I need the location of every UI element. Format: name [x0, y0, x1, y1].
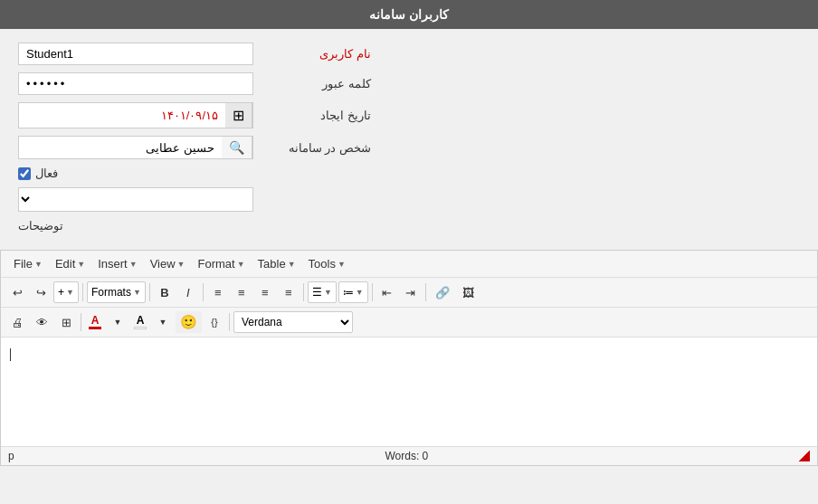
password-input[interactable]: [18, 72, 253, 95]
font-color-button[interactable]: A: [85, 311, 105, 333]
redo-button[interactable]: ↪: [30, 281, 52, 303]
status-words: Words: 0: [385, 450, 428, 462]
undo-button[interactable]: ↩: [6, 281, 28, 303]
bold-button[interactable]: B: [154, 281, 176, 303]
formats-label: Formats: [91, 286, 131, 299]
sep3: [203, 283, 204, 301]
editor-menubar: File ▼ Edit ▼ Insert ▼ View ▼ Format ▼ T…: [1, 251, 817, 278]
menu-format[interactable]: Format ▼: [193, 254, 251, 273]
highlight-letter: A: [137, 315, 145, 326]
link-button[interactable]: 🔗: [430, 281, 455, 303]
date-input[interactable]: [19, 105, 225, 126]
description-label-row: توضیحات: [18, 219, 800, 233]
sep2: [149, 283, 150, 301]
person-label: شخص در سامانه: [262, 141, 371, 155]
editor-container: File ▼ Edit ▼ Insert ▼ View ▼ Format ▼ T…: [0, 250, 818, 466]
outdent-button[interactable]: ⇤: [376, 281, 398, 303]
menu-view-label: View: [150, 257, 176, 271]
formats-arrow: ▼: [133, 288, 141, 297]
unordered-list-dropdown[interactable]: ☰ ▼: [308, 281, 337, 303]
insert-dropdown[interactable]: + ▼: [53, 281, 79, 303]
menu-tools-label: Tools: [309, 257, 336, 271]
indent-button[interactable]: ⇥: [400, 281, 422, 303]
menu-table[interactable]: Table ▼: [252, 254, 301, 273]
menu-insert-arrow: ▼: [129, 260, 138, 269]
align-justify-button[interactable]: ≡: [278, 281, 300, 303]
editor-toolbar-2: 🖨 👁 ⊞ A ▼ A ▼ 🙂 {} Verdana Arial Times N…: [1, 308, 817, 338]
menu-insert[interactable]: Insert ▼: [92, 254, 142, 273]
form-area: نام کاربری کلمه عبور تاریخ ایجاد ⊞ شخص د…: [0, 29, 818, 250]
person-search-wrapper: 🔍: [18, 136, 253, 159]
date-input-wrapper: ⊞: [18, 102, 253, 128]
menu-format-label: Format: [198, 257, 235, 271]
emoji-button[interactable]: 🙂: [176, 311, 202, 333]
create-date-label: تاریخ ایجاد: [262, 109, 371, 122]
code-button[interactable]: {}: [204, 311, 225, 333]
editor-content[interactable]: [1, 338, 817, 446]
menu-edit[interactable]: Edit ▼: [50, 254, 90, 273]
resize-handle[interactable]: [799, 451, 810, 461]
menu-file[interactable]: File ▼: [8, 254, 48, 273]
ordered-list-icon: ≔: [343, 286, 354, 299]
formats-dropdown[interactable]: Formats ▼: [87, 281, 146, 303]
align-center-button[interactable]: ≡: [231, 281, 252, 303]
align-left-button[interactable]: ≡: [207, 281, 229, 303]
unordered-list-icon: ☰: [312, 286, 322, 299]
menu-edit-arrow: ▼: [77, 260, 85, 269]
sep7: [81, 313, 81, 331]
ordered-list-dropdown[interactable]: ≔ ▼: [338, 281, 368, 303]
sep6: [425, 283, 426, 301]
font-color-letter: A: [91, 315, 100, 326]
font-color-bar: [89, 327, 101, 329]
title-bar: کاربران سامانه: [0, 0, 818, 29]
menu-file-arrow: ▼: [34, 260, 43, 269]
align-right-button[interactable]: ≡: [254, 281, 276, 303]
status-element: p: [8, 450, 14, 462]
menu-edit-label: Edit: [55, 257, 75, 271]
password-row: کلمه عبور: [18, 72, 800, 95]
create-date-row: تاریخ ایجاد ⊞: [18, 102, 800, 128]
insert-plus-icon: +: [58, 286, 64, 299]
highlight-dropdown[interactable]: ▼: [152, 311, 174, 333]
username-label: نام کاربری: [262, 47, 371, 61]
menu-format-arrow: ▼: [237, 260, 245, 269]
sep8: [229, 313, 230, 331]
sep1: [82, 283, 83, 301]
title-text: کاربران سامانه: [369, 7, 449, 22]
active-row: فعال: [18, 166, 800, 180]
ul-arrow: ▼: [324, 288, 332, 297]
cursor: [10, 348, 11, 361]
date-picker-button[interactable]: ⊞: [225, 103, 252, 128]
sep4: [303, 283, 304, 301]
image-button[interactable]: 🖼: [457, 281, 480, 303]
active-label: فعال: [35, 166, 58, 180]
description-label-text: توضیحات: [18, 219, 63, 233]
active-checkbox[interactable]: [18, 167, 31, 180]
dropdown-row: [18, 187, 800, 212]
print-button[interactable]: 🖨: [6, 311, 29, 333]
font-family-select[interactable]: Verdana Arial Times New Roman: [233, 311, 353, 333]
table-button[interactable]: ⊞: [55, 311, 77, 333]
font-color-dropdown[interactable]: ▼: [107, 311, 128, 333]
password-label: کلمه عبور: [262, 77, 371, 90]
preview-button[interactable]: 👁: [31, 311, 53, 333]
insert-arrow: ▼: [66, 288, 74, 297]
highlight-bar: [134, 327, 147, 329]
menu-view[interactable]: View ▼: [145, 254, 191, 273]
username-input[interactable]: [18, 43, 253, 65]
person-search-button[interactable]: 🔍: [222, 137, 252, 158]
sep5: [372, 283, 373, 301]
menu-insert-label: Insert: [98, 257, 128, 271]
menu-tools[interactable]: Tools ▼: [303, 254, 351, 273]
menu-table-arrow: ▼: [288, 260, 296, 269]
dropdown-select[interactable]: [18, 187, 253, 212]
ol-arrow: ▼: [356, 288, 364, 297]
highlight-color-button[interactable]: A: [130, 311, 150, 333]
person-input[interactable]: [19, 138, 222, 158]
person-row: شخص در سامانه 🔍: [18, 136, 800, 159]
menu-view-arrow: ▼: [177, 260, 185, 269]
menu-file-label: File: [14, 257, 33, 271]
editor-toolbar-1: ↩ ↪ + ▼ Formats ▼ B I ≡ ≡ ≡ ≡ ☰ ▼ ≔: [1, 278, 817, 308]
italic-button[interactable]: I: [177, 281, 199, 303]
menu-tools-arrow: ▼: [338, 260, 346, 269]
